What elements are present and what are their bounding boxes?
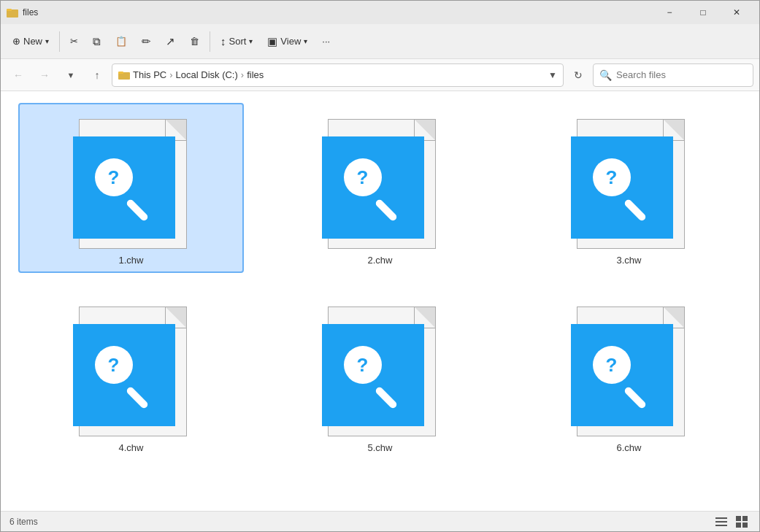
status-icons xyxy=(713,513,751,531)
view-button[interactable]: ▣ View ▾ xyxy=(261,31,313,53)
cut-button[interactable]: ✂ xyxy=(64,31,84,51)
file-item-6[interactable]: ? 6.chw xyxy=(516,290,742,460)
close-button[interactable]: ✕ xyxy=(720,1,753,24)
svg-rect-10 xyxy=(742,523,748,528)
delete-button[interactable]: 🗑 xyxy=(184,31,205,51)
search-icon: 🔍 xyxy=(599,69,612,81)
title-bar-left: files xyxy=(7,7,38,18)
file-name-2: 2.chw xyxy=(368,255,393,266)
back-button[interactable]: ← xyxy=(7,63,30,87)
sort-button[interactable]: ↕ Sort ▾ xyxy=(215,31,258,52)
mag-handle-1 xyxy=(125,198,149,223)
file-grid: ? 1.chw ? xyxy=(18,103,742,460)
rename-button[interactable]: ✏ xyxy=(136,31,157,53)
question-mark-3: ? xyxy=(606,168,618,187)
toolbar: ⊕ New ▾ ✂ ⧉ 📋 ✏ ↗ 🗑 ↕ Sort ▾ ▣ View ▾ ··… xyxy=(1,24,759,59)
file-item-5[interactable]: ? 5.chw xyxy=(267,290,493,460)
more-icon: ··· xyxy=(322,36,330,47)
file-icon-2: ? xyxy=(322,110,439,249)
new-chevron-icon: ▾ xyxy=(45,37,49,45)
view-icon: ▣ xyxy=(267,35,277,48)
title-bar-controls: − □ ✕ xyxy=(653,1,753,24)
new-label: New xyxy=(23,36,42,47)
file-icon-1: ? xyxy=(73,110,190,249)
question-mark-6: ? xyxy=(606,355,618,374)
share-icon: ↗ xyxy=(166,35,175,48)
mag-circle-2: ? xyxy=(344,158,382,196)
address-bar: ← → ▼ ↑ This PC › Local Disk (C:) › file… xyxy=(1,59,759,91)
file-item-2[interactable]: ? 2.chw xyxy=(267,103,493,273)
magnifier-1: ? xyxy=(95,158,153,217)
mag-handle-3 xyxy=(623,198,647,223)
file-icon-5: ? xyxy=(322,298,439,436)
share-button[interactable]: ↗ xyxy=(160,31,181,53)
up-button[interactable]: ↑ xyxy=(85,63,109,87)
maximize-button[interactable]: □ xyxy=(686,1,720,24)
forward-button[interactable]: → xyxy=(33,63,56,87)
chw-icon-2: ? xyxy=(322,136,424,239)
chw-icon-1: ? xyxy=(73,136,175,239)
chw-icon-3: ? xyxy=(571,136,673,239)
svg-rect-7 xyxy=(736,516,741,521)
recent-locations-button[interactable]: ▼ xyxy=(59,63,82,87)
breadcrumb-bar[interactable]: This PC › Local Disk (C:) › files ▼ xyxy=(112,63,564,87)
svg-rect-3 xyxy=(118,72,123,74)
breadcrumb-localdisk[interactable]: Local Disk (C:) xyxy=(176,69,238,80)
magnifier-4: ? xyxy=(95,346,153,404)
paste-button[interactable]: 📋 xyxy=(110,31,133,51)
paste-icon: 📋 xyxy=(115,36,127,47)
file-item-1[interactable]: ? 1.chw xyxy=(18,103,244,273)
file-name-6: 6.chw xyxy=(617,442,642,453)
grid-view-icon xyxy=(736,516,748,528)
mag-circle-3: ? xyxy=(593,158,631,196)
view-chevron-icon: ▾ xyxy=(304,37,307,45)
title-bar: files − □ ✕ xyxy=(1,1,759,24)
chw-icon-4: ? xyxy=(73,324,175,426)
toolbar-separator-2 xyxy=(210,31,210,52)
svg-rect-6 xyxy=(715,525,727,526)
list-view-icon xyxy=(715,516,727,528)
cut-icon: ✂ xyxy=(70,36,78,47)
mag-handle-6 xyxy=(623,386,647,410)
mag-handle-4 xyxy=(125,386,149,410)
breadcrumb-sep-2: › xyxy=(241,69,244,80)
search-bar[interactable]: 🔍 xyxy=(593,63,753,87)
sort-label: Sort xyxy=(229,36,247,47)
new-button[interactable]: ⊕ New ▾ xyxy=(7,31,55,51)
grid-view-button[interactable] xyxy=(733,513,751,531)
question-mark-1: ? xyxy=(108,168,120,187)
magnifier-2: ? xyxy=(344,158,402,217)
breadcrumb-dropdown-button[interactable]: ▼ xyxy=(548,70,557,80)
search-input[interactable] xyxy=(616,69,747,80)
mag-circle-5: ? xyxy=(344,346,382,384)
mag-circle-1: ? xyxy=(95,158,133,196)
file-icon-3: ? xyxy=(571,110,688,249)
minimize-button[interactable]: − xyxy=(653,1,686,24)
rename-icon: ✏ xyxy=(142,35,151,48)
svg-rect-5 xyxy=(715,521,727,523)
mag-handle-5 xyxy=(374,386,398,410)
file-item-4[interactable]: ? 4.chw xyxy=(18,290,244,460)
item-count: 6 items xyxy=(9,517,38,527)
sort-icon: ↕ xyxy=(220,35,226,47)
list-view-button[interactable] xyxy=(713,513,730,531)
view-label: View xyxy=(280,36,301,47)
chw-icon-6: ? xyxy=(571,324,673,426)
copy-button[interactable]: ⧉ xyxy=(87,31,107,53)
file-name-3: 3.chw xyxy=(617,255,642,266)
breadcrumb-thispc[interactable]: This PC xyxy=(133,69,166,80)
file-item-3[interactable]: ? 3.chw xyxy=(516,103,742,273)
question-mark-5: ? xyxy=(357,355,369,374)
sort-chevron-icon: ▾ xyxy=(249,37,253,45)
delete-icon: 🗑 xyxy=(190,36,199,47)
breadcrumb-files[interactable]: files xyxy=(247,69,264,80)
more-button[interactable]: ··· xyxy=(316,31,336,51)
svg-rect-9 xyxy=(736,523,741,528)
toolbar-separator-1 xyxy=(59,31,60,52)
magnifier-6: ? xyxy=(593,346,651,404)
magnifier-3: ? xyxy=(593,158,651,217)
refresh-button[interactable]: ↻ xyxy=(567,63,590,87)
file-icon-6: ? xyxy=(571,298,688,436)
mag-circle-4: ? xyxy=(95,346,133,384)
question-mark-2: ? xyxy=(357,168,369,187)
